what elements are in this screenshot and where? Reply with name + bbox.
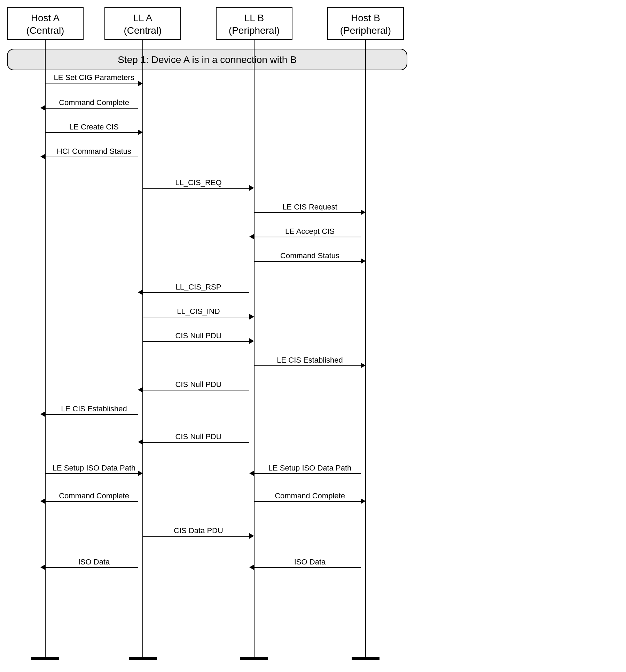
arrowhead-iso-data-b <box>249 564 254 570</box>
label-cmd-complete-1: Command Complete <box>45 98 143 107</box>
arrowhead-ll-cis-req <box>249 185 254 191</box>
label-le-cis-estab-b: LE CIS Established <box>254 356 366 365</box>
label-cis-null-pdu-2: CIS Null PDU <box>143 380 254 389</box>
label-le-setup-iso-b: LE Setup ISO Data Path <box>254 464 366 473</box>
arrowhead-le-cis-estab-a <box>40 411 45 417</box>
label-ll-cis-req: LL_CIS_REQ <box>143 178 254 187</box>
line-le-accept-cis <box>254 237 361 237</box>
label-le-create-cis: LE Create CIS <box>45 122 143 132</box>
participant-llA-line2: (Central) <box>124 25 162 36</box>
line-le-cis-request <box>254 212 361 213</box>
participant-hostA-line1: Host A <box>31 13 60 23</box>
arrowhead-cmd-status-b <box>361 258 366 264</box>
label-cmd-complete-b: Command Complete <box>254 491 366 500</box>
label-le-set-cig: LE Set CIG Parameters <box>45 73 143 82</box>
arrowhead-cis-null-pdu-2 <box>138 387 143 393</box>
label-cis-null-pdu-1: CIS Null PDU <box>143 331 254 340</box>
arrowhead-cmd-complete-1 <box>40 105 45 111</box>
label-cmd-status-b: Command Status <box>254 251 366 260</box>
participant-hostA-line2: (Central) <box>26 25 64 36</box>
line-ll-cis-req <box>143 188 249 189</box>
participant-hostA: Host A (Central) <box>7 7 84 40</box>
line-hci-cmd-status <box>45 157 138 157</box>
arrowhead-le-cis-request <box>361 209 366 215</box>
participant-hostB-line1: Host B <box>351 13 380 23</box>
label-iso-data-a: ISO Data <box>45 558 143 567</box>
line-le-setup-iso-a <box>45 473 138 474</box>
arrowhead-le-setup-iso-a <box>138 471 143 476</box>
participant-llB-line1: LL B <box>244 13 264 23</box>
arrowhead-cis-null-pdu-1 <box>249 338 254 344</box>
participant-hostB-line2: (Peripheral) <box>340 25 391 36</box>
label-cmd-complete-a: Command Complete <box>45 491 143 500</box>
step-banner-text: Step 1: Device A is in a connection with… <box>118 54 297 65</box>
arrowhead-le-accept-cis <box>249 234 254 239</box>
label-iso-data-b: ISO Data <box>254 558 366 567</box>
arrowhead-cis-null-pdu-3 <box>138 439 143 445</box>
participant-hostB: Host B (Peripheral) <box>327 7 404 40</box>
arrowhead-hci-cmd-status <box>40 154 45 159</box>
line-cmd-complete-1 <box>45 108 138 109</box>
line-ll-cis-ind <box>143 317 249 317</box>
lifeline-end-hostB <box>352 657 379 660</box>
lifeline-hostB <box>365 40 366 659</box>
label-ll-cis-rsp: LL_CIS_RSP <box>143 283 254 292</box>
line-le-setup-iso-b <box>254 473 361 474</box>
line-le-set-cig <box>45 84 138 84</box>
label-ll-cis-ind: LL_CIS_IND <box>143 307 254 316</box>
line-le-create-cis <box>45 132 138 133</box>
label-cis-data-pdu: CIS Data PDU <box>143 526 254 535</box>
arrowhead-le-setup-iso-b <box>249 471 254 476</box>
lifeline-end-hostA <box>31 657 59 660</box>
sequence-diagram: Host A (Central) LL A (Central) LL B (Pe… <box>0 0 626 672</box>
arrowhead-cmd-complete-a <box>40 498 45 504</box>
arrowhead-ll-cis-ind <box>249 314 254 319</box>
lifeline-end-llB <box>240 657 268 660</box>
label-le-cis-request: LE CIS Request <box>254 203 366 212</box>
label-cis-null-pdu-3: CIS Null PDU <box>143 432 254 441</box>
arrowhead-ll-cis-rsp <box>138 290 143 295</box>
line-cis-data-pdu <box>143 536 249 537</box>
label-le-accept-cis: LE Accept CIS <box>254 227 366 236</box>
label-le-cis-estab-a: LE CIS Established <box>45 404 143 413</box>
line-cmd-status-b <box>254 261 361 262</box>
line-cis-null-pdu-2 <box>143 390 249 390</box>
line-cis-null-pdu-3 <box>143 442 249 443</box>
arrowhead-le-create-cis <box>138 129 143 135</box>
arrow-le-set-cig <box>138 81 143 86</box>
arrowhead-iso-data-a <box>40 564 45 570</box>
line-cmd-complete-b <box>254 501 361 502</box>
label-hci-cmd-status: HCI Command Status <box>45 147 143 156</box>
label-le-setup-iso-a: LE Setup ISO Data Path <box>45 464 143 473</box>
arrowhead-cmd-complete-b <box>361 498 366 504</box>
participant-llB: LL B (Peripheral) <box>216 7 292 40</box>
arrowhead-cis-data-pdu <box>249 533 254 539</box>
participant-llA: LL A (Central) <box>104 7 181 40</box>
line-cmd-complete-a <box>45 501 138 502</box>
arrowhead-le-cis-estab-b <box>361 363 366 368</box>
line-le-cis-estab-a <box>45 414 138 415</box>
participant-llA-line1: LL A <box>133 13 152 23</box>
line-iso-data-a <box>45 567 138 568</box>
line-ll-cis-rsp <box>143 292 249 293</box>
step-banner: Step 1: Device A is in a connection with… <box>7 49 407 70</box>
line-le-cis-estab-b <box>254 365 361 366</box>
line-iso-data-b <box>254 567 361 568</box>
lifeline-end-llA <box>129 657 157 660</box>
line-cis-null-pdu-1 <box>143 341 249 342</box>
participant-llB-line2: (Peripheral) <box>229 25 280 36</box>
